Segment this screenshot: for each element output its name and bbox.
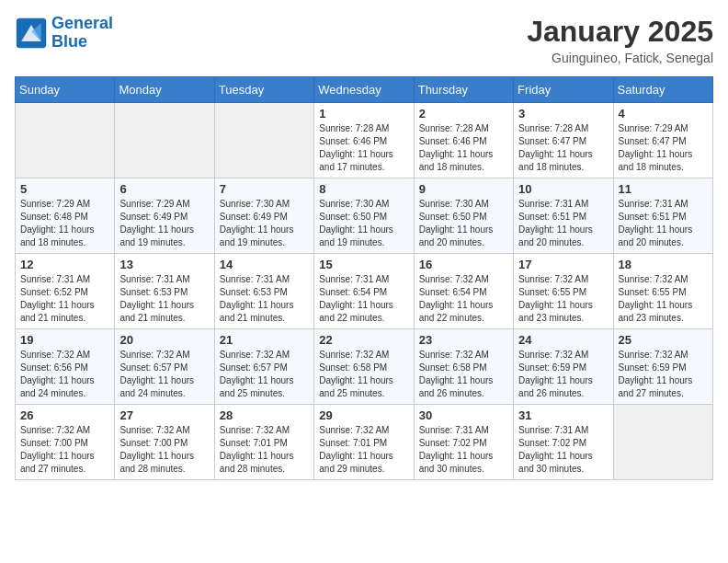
calendar-cell: 11Sunrise: 7:31 AM Sunset: 6:51 PM Dayli…: [613, 178, 712, 254]
day-number: 2: [419, 107, 508, 121]
day-number: 29: [319, 408, 408, 422]
cell-content: Sunrise: 7:31 AM Sunset: 6:53 PM Dayligh…: [119, 273, 209, 325]
calendar-cell: 17Sunrise: 7:32 AM Sunset: 6:55 PM Dayli…: [514, 254, 613, 329]
cell-content: Sunrise: 7:28 AM Sunset: 6:46 PM Dayligh…: [319, 122, 408, 174]
logo: General Blue: [15, 15, 113, 52]
calendar-week-row: 1Sunrise: 7:28 AM Sunset: 6:46 PM Daylig…: [16, 103, 713, 178]
day-number: 26: [20, 408, 109, 422]
calendar-cell: 28Sunrise: 7:32 AM Sunset: 7:01 PM Dayli…: [214, 405, 313, 480]
day-number: 30: [419, 408, 508, 422]
calendar-cell: 5Sunrise: 7:29 AM Sunset: 6:48 PM Daylig…: [16, 178, 115, 254]
calendar-cell: 27Sunrise: 7:32 AM Sunset: 7:00 PM Dayli…: [115, 405, 214, 480]
cell-content: Sunrise: 7:31 AM Sunset: 7:02 PM Dayligh…: [518, 424, 608, 476]
cell-content: Sunrise: 7:31 AM Sunset: 6:52 PM Dayligh…: [20, 273, 109, 325]
day-number: 14: [220, 258, 309, 271]
calendar-cell: 2Sunrise: 7:28 AM Sunset: 6:46 PM Daylig…: [414, 103, 513, 178]
cell-content: Sunrise: 7:32 AM Sunset: 7:00 PM Dayligh…: [20, 424, 109, 476]
cell-content: Sunrise: 7:32 AM Sunset: 6:55 PM Dayligh…: [619, 273, 708, 325]
col-header-saturday: Saturday: [613, 77, 712, 103]
calendar-cell: 9Sunrise: 7:30 AM Sunset: 6:50 PM Daylig…: [414, 178, 513, 254]
day-number: 21: [220, 333, 309, 347]
day-number: 25: [619, 333, 708, 347]
calendar-cell: 1Sunrise: 7:28 AM Sunset: 6:46 PM Daylig…: [314, 103, 414, 178]
calendar-cell: 25Sunrise: 7:32 AM Sunset: 6:59 PM Dayli…: [613, 329, 712, 405]
cell-content: Sunrise: 7:32 AM Sunset: 7:00 PM Dayligh…: [119, 424, 209, 476]
cell-content: Sunrise: 7:32 AM Sunset: 6:54 PM Dayligh…: [419, 273, 508, 325]
title-section: January 2025 Guinguineo, Fatick, Senegal: [527, 15, 713, 65]
day-number: 17: [518, 258, 608, 271]
calendar-header-row: SundayMondayTuesdayWednesdayThursdayFrid…: [16, 77, 713, 103]
calendar-cell: 14Sunrise: 7:31 AM Sunset: 6:53 PM Dayli…: [214, 254, 313, 329]
cell-content: Sunrise: 7:31 AM Sunset: 6:54 PM Dayligh…: [319, 273, 408, 325]
cell-content: Sunrise: 7:31 AM Sunset: 6:51 PM Dayligh…: [619, 198, 708, 249]
day-number: 28: [220, 408, 309, 422]
day-number: 7: [220, 182, 309, 196]
day-number: 10: [518, 182, 608, 196]
calendar-cell: 19Sunrise: 7:32 AM Sunset: 6:56 PM Dayli…: [16, 329, 115, 405]
day-number: 9: [419, 182, 508, 196]
cell-content: Sunrise: 7:32 AM Sunset: 6:59 PM Dayligh…: [518, 349, 608, 400]
calendar-cell: 3Sunrise: 7:28 AM Sunset: 6:47 PM Daylig…: [514, 103, 613, 178]
day-number: 23: [419, 333, 508, 347]
day-number: 31: [518, 408, 608, 422]
cell-content: Sunrise: 7:28 AM Sunset: 6:47 PM Dayligh…: [518, 122, 608, 174]
cell-content: Sunrise: 7:30 AM Sunset: 6:49 PM Dayligh…: [220, 198, 309, 249]
calendar-week-row: 12Sunrise: 7:31 AM Sunset: 6:52 PM Dayli…: [16, 254, 713, 329]
logo-line1: General: [51, 14, 113, 32]
calendar-cell: 29Sunrise: 7:32 AM Sunset: 7:01 PM Dayli…: [314, 405, 414, 480]
calendar-cell: 7Sunrise: 7:30 AM Sunset: 6:49 PM Daylig…: [214, 178, 313, 254]
page-header: General Blue January 2025 Guinguineo, Fa…: [15, 15, 713, 65]
calendar-cell: 12Sunrise: 7:31 AM Sunset: 6:52 PM Dayli…: [16, 254, 115, 329]
col-header-tuesday: Tuesday: [214, 77, 313, 103]
day-number: 19: [20, 333, 109, 347]
cell-content: Sunrise: 7:32 AM Sunset: 6:56 PM Dayligh…: [20, 349, 109, 400]
cell-content: Sunrise: 7:28 AM Sunset: 6:46 PM Dayligh…: [419, 122, 508, 174]
calendar-cell: 20Sunrise: 7:32 AM Sunset: 6:57 PM Dayli…: [115, 329, 214, 405]
day-number: 15: [319, 258, 408, 271]
day-number: 24: [518, 333, 608, 347]
calendar-cell: 18Sunrise: 7:32 AM Sunset: 6:55 PM Dayli…: [613, 254, 712, 329]
calendar-week-row: 19Sunrise: 7:32 AM Sunset: 6:56 PM Dayli…: [16, 329, 713, 405]
cell-content: Sunrise: 7:31 AM Sunset: 7:02 PM Dayligh…: [419, 424, 508, 476]
calendar-cell: 15Sunrise: 7:31 AM Sunset: 6:54 PM Dayli…: [314, 254, 414, 329]
calendar-cell: 22Sunrise: 7:32 AM Sunset: 6:58 PM Dayli…: [314, 329, 414, 405]
calendar-cell: [16, 103, 115, 178]
calendar-table: SundayMondayTuesdayWednesdayThursdayFrid…: [15, 76, 713, 480]
cell-content: Sunrise: 7:32 AM Sunset: 6:58 PM Dayligh…: [319, 349, 408, 400]
calendar-cell: 13Sunrise: 7:31 AM Sunset: 6:53 PM Dayli…: [115, 254, 214, 329]
cell-content: Sunrise: 7:32 AM Sunset: 6:57 PM Dayligh…: [119, 349, 209, 400]
day-number: 3: [518, 107, 608, 121]
day-number: 8: [319, 182, 408, 196]
day-number: 22: [319, 333, 408, 347]
col-header-friday: Friday: [514, 77, 613, 103]
day-number: 1: [319, 107, 408, 121]
day-number: 20: [119, 333, 209, 347]
cell-content: Sunrise: 7:30 AM Sunset: 6:50 PM Dayligh…: [319, 198, 408, 249]
cell-content: Sunrise: 7:32 AM Sunset: 7:01 PM Dayligh…: [319, 424, 408, 476]
location: Guinguineo, Fatick, Senegal: [527, 51, 713, 65]
day-number: 27: [119, 408, 209, 422]
calendar-week-row: 26Sunrise: 7:32 AM Sunset: 7:00 PM Dayli…: [16, 405, 713, 480]
calendar-cell: 8Sunrise: 7:30 AM Sunset: 6:50 PM Daylig…: [314, 178, 414, 254]
day-number: 12: [20, 258, 109, 271]
logo-icon: [15, 17, 48, 50]
day-number: 5: [20, 182, 109, 196]
calendar-cell: 31Sunrise: 7:31 AM Sunset: 7:02 PM Dayli…: [514, 405, 613, 480]
calendar-cell: [613, 405, 712, 480]
calendar-cell: [115, 103, 214, 178]
col-header-thursday: Thursday: [414, 77, 513, 103]
col-header-sunday: Sunday: [16, 77, 115, 103]
calendar-cell: 21Sunrise: 7:32 AM Sunset: 6:57 PM Dayli…: [214, 329, 313, 405]
cell-content: Sunrise: 7:31 AM Sunset: 6:53 PM Dayligh…: [220, 273, 309, 325]
cell-content: Sunrise: 7:32 AM Sunset: 6:59 PM Dayligh…: [619, 349, 708, 400]
col-header-wednesday: Wednesday: [314, 77, 414, 103]
calendar-cell: 10Sunrise: 7:31 AM Sunset: 6:51 PM Dayli…: [514, 178, 613, 254]
cell-content: Sunrise: 7:32 AM Sunset: 6:57 PM Dayligh…: [220, 349, 309, 400]
calendar-cell: 23Sunrise: 7:32 AM Sunset: 6:58 PM Dayli…: [414, 329, 513, 405]
cell-content: Sunrise: 7:32 AM Sunset: 6:55 PM Dayligh…: [518, 273, 608, 325]
day-number: 16: [419, 258, 508, 271]
day-number: 13: [119, 258, 209, 271]
logo-line2: Blue: [51, 32, 87, 51]
month-title: January 2025: [527, 15, 713, 49]
calendar-week-row: 5Sunrise: 7:29 AM Sunset: 6:48 PM Daylig…: [16, 178, 713, 254]
